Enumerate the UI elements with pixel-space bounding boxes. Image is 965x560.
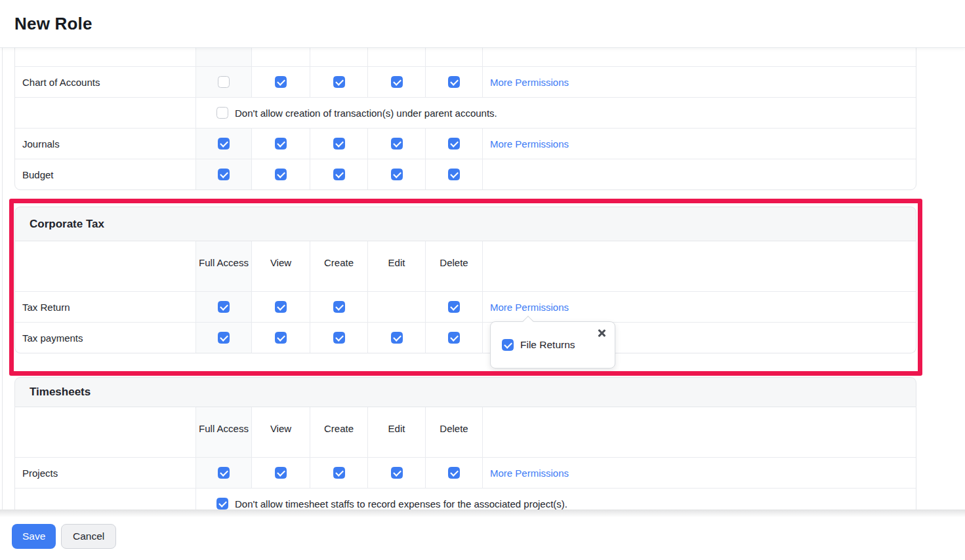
permission-checkbox[interactable] xyxy=(275,169,287,180)
popover-permission-item: File Returns xyxy=(502,339,575,351)
column-header: Full Access xyxy=(196,48,252,66)
header-spacer-cell xyxy=(483,241,916,291)
permission-checkbox[interactable] xyxy=(448,76,460,88)
permission-checkbox[interactable] xyxy=(391,169,403,180)
permission-checkbox[interactable] xyxy=(448,301,460,313)
permission-checkbox[interactable] xyxy=(218,332,230,344)
permission-cell xyxy=(252,159,310,190)
permission-cell xyxy=(310,323,368,353)
permission-cell xyxy=(196,458,252,488)
row-label xyxy=(15,98,196,128)
more-permissions-cell: More Permissions xyxy=(483,67,916,97)
section-header-corporate-tax: Corporate Tax xyxy=(14,207,916,241)
save-button[interactable]: Save xyxy=(12,524,56,549)
row-label: Budget xyxy=(15,159,196,190)
column-header: View xyxy=(252,48,310,66)
permission-cell xyxy=(368,67,426,97)
permission-checkbox[interactable] xyxy=(391,467,403,479)
header-spacer-cell xyxy=(15,48,196,66)
permission-cell xyxy=(252,67,310,97)
table-header-row: Full AccessViewCreateEditDelete xyxy=(15,407,916,457)
more-permissions-cell: More Permissions xyxy=(483,458,916,488)
permission-cell xyxy=(426,323,483,353)
permission-cell xyxy=(252,129,310,159)
permission-cell xyxy=(368,159,426,190)
row-label: Chart of Accounts xyxy=(15,67,196,97)
permission-checkbox[interactable] xyxy=(333,169,345,180)
permission-cell xyxy=(196,129,252,159)
permission-cell xyxy=(426,292,483,322)
close-icon[interactable] xyxy=(597,329,606,338)
more-permissions-cell: More Permissions xyxy=(483,292,916,322)
table-row: Tax ReturnMore Permissions xyxy=(15,291,916,322)
permission-cell xyxy=(310,292,368,322)
permission-cell xyxy=(426,67,483,97)
permission-checkbox[interactable] xyxy=(448,138,460,150)
column-header: Delete xyxy=(426,407,483,457)
permission-checkbox[interactable] xyxy=(275,467,287,479)
permission-checkbox[interactable] xyxy=(391,138,403,150)
column-header: Create xyxy=(310,407,368,457)
header-spacer-cell xyxy=(483,407,916,457)
row-label xyxy=(15,489,196,510)
more-permissions-link[interactable]: More Permissions xyxy=(490,302,569,313)
scroll-shadow xyxy=(0,510,965,517)
more-permissions-link[interactable]: More Permissions xyxy=(490,468,569,479)
permission-checkbox[interactable] xyxy=(448,332,460,344)
column-header: View xyxy=(252,241,310,291)
permission-cell xyxy=(310,129,368,159)
permission-checkbox[interactable] xyxy=(333,301,345,313)
column-header: Edit xyxy=(368,48,426,66)
permission-cell xyxy=(368,129,426,159)
note-checkbox[interactable] xyxy=(216,107,228,119)
permission-checkbox[interactable] xyxy=(275,76,287,88)
permission-checkbox[interactable] xyxy=(218,169,230,180)
more-permissions-cell: More Permissions xyxy=(483,129,916,159)
permission-cell xyxy=(196,67,252,97)
note-cell: Don't allow timesheet staffs to record e… xyxy=(196,489,916,510)
section-title: Corporate Tax xyxy=(30,218,104,231)
permission-checkbox[interactable] xyxy=(333,138,345,150)
permission-cell xyxy=(426,129,483,159)
row-label: Journals xyxy=(15,129,196,159)
column-header: Full Access xyxy=(196,407,252,457)
permission-checkbox[interactable] xyxy=(218,301,230,313)
row-label: Tax Return xyxy=(15,292,196,322)
permission-checkbox[interactable] xyxy=(218,76,230,88)
table-header-row: Full AccessViewCreateEditDelete xyxy=(15,241,916,291)
permission-checkbox[interactable] xyxy=(275,332,287,344)
permission-checkbox[interactable] xyxy=(448,467,460,479)
permission-cell xyxy=(310,458,368,488)
cancel-button[interactable]: Cancel xyxy=(61,524,116,549)
permission-cell xyxy=(310,67,368,97)
permission-checkbox[interactable] xyxy=(448,169,460,180)
column-header: Edit xyxy=(368,407,426,457)
column-header: Create xyxy=(310,48,368,66)
permission-cell xyxy=(196,159,252,190)
note-text: Don't allow creation of transaction(s) u… xyxy=(235,108,497,119)
table-row: Tax payments xyxy=(15,322,916,353)
more-permissions-link[interactable]: More Permissions xyxy=(490,138,569,150)
note-checkbox[interactable] xyxy=(216,498,228,510)
header-spacer-cell xyxy=(15,241,196,291)
permission-checkbox[interactable] xyxy=(275,301,287,313)
permission-checkbox[interactable] xyxy=(333,76,345,88)
permission-cell xyxy=(252,323,310,353)
more-permissions-link[interactable]: More Permissions xyxy=(490,77,569,88)
permission-checkbox[interactable] xyxy=(333,332,345,344)
permission-cell xyxy=(368,292,426,322)
table-row: Don't allow creation of transaction(s) u… xyxy=(15,97,916,128)
permission-cell xyxy=(426,458,483,488)
row-label: Projects xyxy=(15,458,196,488)
permission-checkbox[interactable] xyxy=(333,467,345,479)
permission-checkbox[interactable] xyxy=(391,332,403,344)
header-spacer-cell xyxy=(483,48,916,66)
file-returns-checkbox[interactable] xyxy=(502,339,514,351)
column-header: Full Access xyxy=(196,241,252,291)
permission-checkbox[interactable] xyxy=(275,138,287,150)
permission-checkbox[interactable] xyxy=(218,467,230,479)
permission-checkbox[interactable] xyxy=(391,76,403,88)
permission-cell xyxy=(252,458,310,488)
column-header: Create xyxy=(310,241,368,291)
permission-checkbox[interactable] xyxy=(218,138,230,150)
